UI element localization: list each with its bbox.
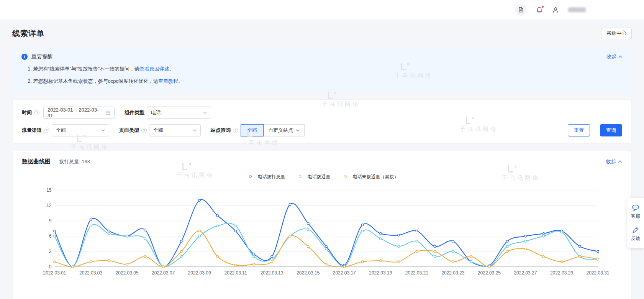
data-point[interactable] [307,222,309,225]
data-point[interactable] [216,225,219,227]
help-icon[interactable]: ? [44,128,49,133]
data-point[interactable] [54,230,56,232]
data-point[interactable] [506,245,508,248]
data-point[interactable] [144,238,146,240]
data-point[interactable] [542,235,545,237]
data-point[interactable] [126,235,128,237]
help-center-button[interactable]: 帮助中心 [601,28,632,39]
data-point[interactable] [361,230,364,232]
data-point[interactable] [542,233,545,235]
bell-icon[interactable] [536,7,543,13]
data-point[interactable] [325,245,328,248]
data-point[interactable] [343,266,346,268]
line-chart[interactable]: 036912152022.03.012022.03.032022.03.0520… [22,186,622,278]
notice-item-link[interactable]: 查看原因详述 [139,66,169,72]
data-point[interactable] [54,261,56,263]
data-point[interactable] [216,215,219,217]
data-point[interactable] [198,230,201,232]
data-point[interactable] [198,199,201,202]
date-range-input[interactable]: 2022-03-01 ~ 2022-03-31 [43,107,115,119]
data-point[interactable] [361,224,364,226]
data-point[interactable] [216,256,219,258]
data-point[interactable] [234,230,237,232]
site-custom-segment[interactable]: 自定义站点 [264,124,305,136]
page-type-select[interactable]: 全部 [149,124,201,136]
traffic-channel-select[interactable]: 全部 [52,124,109,136]
data-point[interactable] [597,258,599,260]
data-point[interactable] [416,250,418,253]
data-point[interactable] [597,250,599,253]
username-redacted[interactable] [568,7,586,12]
data-point[interactable] [416,240,418,243]
data-point[interactable] [289,235,291,237]
data-point[interactable] [470,256,472,258]
data-point[interactable] [488,266,490,268]
data-point[interactable] [253,256,255,258]
data-point[interactable] [560,261,563,263]
data-point[interactable] [234,225,237,227]
data-point[interactable] [470,261,472,263]
data-point[interactable] [361,261,364,263]
data-point[interactable] [578,245,581,248]
data-point[interactable] [54,235,56,237]
data-point[interactable] [434,250,436,253]
data-point[interactable] [578,256,581,258]
reset-button[interactable]: 重置 [568,124,590,136]
data-point[interactable] [380,260,382,262]
data-point[interactable] [307,228,309,231]
data-point[interactable] [434,245,436,248]
data-point[interactable] [253,253,255,255]
data-point[interactable] [325,263,328,266]
data-point[interactable] [108,230,110,232]
data-point[interactable] [524,248,527,250]
data-point[interactable] [108,260,110,262]
legend-item[interactable]: 电话拨打总量 [246,174,285,180]
data-point[interactable] [452,261,454,263]
data-point[interactable] [72,266,74,268]
component-type-select[interactable]: 电话 [147,107,211,119]
data-point[interactable] [126,263,128,266]
data-point[interactable] [180,256,183,258]
customer-service-button[interactable]: 客服 [628,202,643,222]
data-point[interactable] [452,240,454,243]
data-point[interactable] [434,256,436,258]
data-point[interactable] [180,250,183,253]
data-point[interactable] [90,225,92,227]
data-point[interactable] [198,235,201,237]
notice-item-link[interactable]: 查看教程 [158,78,178,84]
help-icon[interactable]: ? [34,110,39,115]
data-point[interactable] [380,233,382,235]
data-point[interactable] [398,245,400,248]
data-point[interactable] [307,245,309,248]
feedback-button[interactable]: 反馈 [628,224,643,244]
legend-item[interactable]: 电话拨通量 [295,174,331,180]
data-point[interactable] [506,240,508,243]
data-point[interactable] [271,261,273,263]
data-point[interactable] [144,256,146,258]
user-icon[interactable] [552,7,559,13]
data-point[interactable] [506,250,508,253]
data-point[interactable] [162,266,164,268]
chart-collapse-button[interactable]: 收起 [606,158,622,165]
data-point[interactable] [452,250,454,253]
data-point[interactable] [416,230,418,232]
data-point[interactable] [380,238,382,240]
help-icon[interactable]: ? [233,128,238,133]
data-point[interactable] [180,240,183,243]
data-point[interactable] [289,204,291,206]
data-point[interactable] [325,248,328,250]
data-point[interactable] [524,235,527,237]
document-icon[interactable] [515,4,527,16]
data-point[interactable] [144,229,146,231]
help-icon[interactable]: ? [141,128,147,133]
data-point[interactable] [398,234,400,237]
legend-item[interactable]: 电话未拨通量（漏接） [341,174,399,180]
data-point[interactable] [253,263,255,266]
data-point[interactable] [90,219,92,221]
query-button[interactable]: 查询 [600,124,622,136]
data-point[interactable] [90,261,92,263]
data-point[interactable] [271,258,273,260]
data-point[interactable] [560,231,563,233]
site-all-segment[interactable]: 全部 [241,124,264,136]
data-point[interactable] [542,256,545,258]
